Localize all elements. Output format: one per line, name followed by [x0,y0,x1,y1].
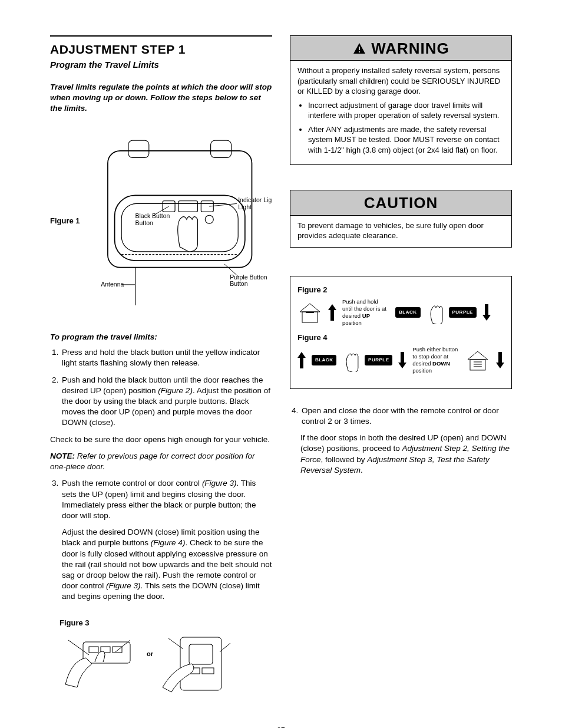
svg-text:Antenna: Antenna [101,282,124,288]
svg-marker-41 [297,352,306,368]
check-line: Check to be sure the door opens high eno… [50,434,272,445]
svg-rect-44 [470,360,485,370]
svg-text:Button: Button [230,281,247,287]
hand-press-icon [427,301,443,324]
step-4-list: Open and close the door with the remote … [290,406,512,427]
step-4: Open and close the door with the remote … [300,406,512,427]
arrow-up-icon [328,304,336,321]
house-open-icon [297,300,322,325]
figure-3-label: Figure 3 [59,618,272,628]
after-step-4: If the door stops in both the desired UP… [300,433,512,476]
svg-rect-35 [359,51,360,52]
figure-4-text: Push either button to stop door at desir… [412,346,459,374]
svg-text:Purple Button: Purple Button [230,274,267,281]
svg-text:Button: Button [135,220,153,226]
caution-header: CAUTION [290,190,511,215]
svg-marker-39 [328,304,336,321]
step-1: Press and hold the black button until th… [61,347,272,368]
figure-1-row: Figure 1 [50,127,272,315]
warning-header: WARNING [290,36,511,61]
warning-bullet-2: After ANY adjustments are made, the safe… [308,124,504,156]
warning-box: WARNING Without a properly installed saf… [290,35,512,165]
purple-button-pill: PURPLE [449,307,477,318]
black-button-pill: BLACK [395,307,421,318]
figure-4-label: Figure 4 [297,332,504,343]
steps-list: Press and hold the black button until th… [50,347,272,429]
svg-point-8 [205,215,213,223]
note-block: NOTE: Refer to previous page for correct… [50,451,272,472]
svg-rect-6 [178,201,197,212]
figure-2-row: Push and hold until the door is at desir… [297,298,504,327]
step-3: Push the remote control or door control … [61,478,272,602]
hand-press-icon [342,348,359,372]
svg-rect-28 [180,637,222,690]
warning-bullet-1: Incorrect adjustment of garage door trav… [308,100,504,121]
svg-rect-37 [302,312,318,322]
figure-2-4-box: Figure 2 Push and hold until the door is… [290,276,512,389]
warning-icon [352,42,366,56]
step-2: Push and hold the black button until the… [61,375,272,429]
arrow-down-icon [482,304,491,321]
arrow-down-solid-icon [496,352,504,368]
right-column: WARNING Without a properly installed saf… [290,35,512,702]
figure-2-text: Push and hold until the door is at desir… [342,298,389,327]
caution-body: To prevent damage to vehicles, be sure f… [290,216,511,247]
figure-1-illustration: Black Button Button Indicator Light Ligh… [87,127,272,312]
svg-marker-40 [482,304,491,321]
arrow-down-icon [398,352,406,368]
page-number: 27 [50,726,512,728]
svg-rect-3 [128,141,148,158]
arrow-up-icon [297,352,306,368]
warning-body: Without a properly installed safety reve… [290,61,511,164]
svg-marker-43 [468,351,488,360]
intro-text: Travel limits regulate the points at whi… [50,82,272,114]
step-heading: ADJUSTMENT STEP 1 [50,41,272,58]
figure-1-label: Figure 1 [50,216,80,226]
svg-text:Black Button: Black Button [135,213,170,219]
caution-title: CAUTION [364,193,438,213]
steps-list-3: Push the remote control or door control … [50,478,272,602]
left-column: ADJUSTMENT STEP 1 Program the Travel Lim… [50,35,272,702]
program-header: To program the travel limits: [50,332,272,342]
svg-rect-4 [210,141,231,158]
svg-rect-38 [306,312,314,313]
step-subtitle: Program the Travel Limits [50,59,272,71]
svg-rect-34 [359,47,360,50]
caution-box: CAUTION To prevent damage to vehicles, b… [290,190,512,247]
figure-4-row: BLACK PURPLE Push either button to stop … [297,346,504,374]
svg-marker-48 [496,352,504,368]
svg-text:Light: Light [238,204,252,210]
purple-button-pill: PURPLE [365,355,392,366]
warning-title: WARNING [371,38,449,59]
svg-marker-42 [398,352,406,368]
svg-marker-36 [300,304,320,312]
svg-text:Indicator Light: Indicator Light [238,197,272,203]
black-button-pill: BLACK [312,355,336,366]
figure-3-wrap: Figure 3 or [59,618,272,703]
svg-text:or: or [147,650,154,657]
figure-3-illustration: or [59,631,236,699]
house-closed-icon [465,348,490,373]
figure-2-label: Figure 2 [297,285,504,295]
